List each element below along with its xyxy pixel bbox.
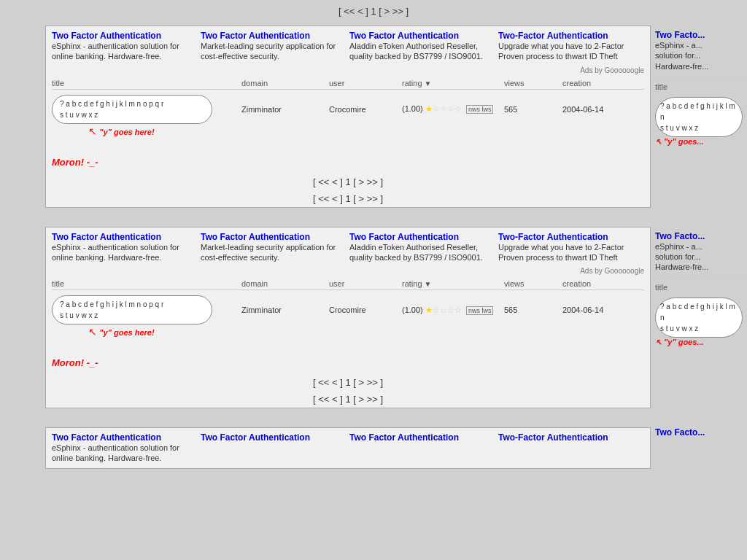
col-header-user-2: user <box>329 279 402 288</box>
views-cell-2: 565 <box>504 306 562 314</box>
ad-link-8[interactable]: Two-Factor Authentication <box>498 232 644 242</box>
ad-item-11: Two Factor Authentication <box>349 432 495 464</box>
ad-link-2[interactable]: Two Factor Authentication <box>201 31 347 41</box>
content-area-1: Two Factor Authentication eSphinx - auth… <box>45 26 651 208</box>
star-filled-1: ★ <box>425 104 433 113</box>
domain-sort-link-1[interactable]: domain <box>241 79 268 88</box>
domain-sort-link-2[interactable]: domain <box>241 279 268 288</box>
ad-desc-8: Upgrade what you have to 2-Factor Proven… <box>498 242 644 263</box>
alphabet-text-2: s t u v w x z <box>60 111 98 119</box>
ads-row-1: Two Factor Authentication eSphinx - auth… <box>46 26 650 66</box>
right-title-cell-2: ? a b c d e f g h i j k l m n s t u v w … <box>655 298 743 347</box>
ads-row-2: Two Factor Authentication eSphinx - auth… <box>46 228 650 268</box>
table-header-2: title domain user rating ▼ <box>52 279 644 290</box>
top-pagination-text: [ << < ] 1 [ > >> ] <box>338 6 409 17</box>
top-pagination: [ << < ] 1 [ > >> ] <box>0 0 747 23</box>
y-annotation-2: ↖ "y" goes here! <box>88 326 155 338</box>
right-ad-item-3: Two Facto... <box>652 424 747 440</box>
col-header-rating-1: rating ▼ <box>402 79 504 88</box>
moron-text-1: Moron! -_- <box>52 154 98 171</box>
col-header-creation-1: creation <box>562 79 635 88</box>
right-ad-link-2[interactable]: Two Facto... <box>655 231 744 241</box>
right-title-sort-2[interactable]: title <box>655 283 667 292</box>
title-sort-link-2[interactable]: title <box>52 279 64 288</box>
ads-row-3: Two Factor Authentication eSphinx - auth… <box>46 428 650 468</box>
ads-by-2: Ads by Goooooogle <box>46 267 650 276</box>
ad-link-12[interactable]: Two-Factor Authentication <box>498 432 644 443</box>
content-area-3: Two Factor Authentication eSphinx - auth… <box>45 427 651 469</box>
title-sort-link-1[interactable]: title <box>52 79 64 88</box>
rating-value-1: (1.00) <box>402 104 423 113</box>
ad-item-4: Two-Factor Authentication Upgrade what y… <box>498 31 644 62</box>
ad-desc-7: Aladdin eToken Authorised Reseller, qual… <box>349 242 495 263</box>
rating-sort-link-2[interactable]: rating ▼ <box>402 279 432 288</box>
ad-link-3[interactable]: Two Factor Authentication <box>349 31 495 41</box>
rating-cell-2: (1.00) ★☆☆☆☆ nws lws <box>402 306 504 315</box>
ad-link-7[interactable]: Two Factor Authentication <box>349 232 495 242</box>
ad-link-6[interactable]: Two Factor Authentication <box>201 232 347 242</box>
right-y-label-2: ↖ "y" goes... <box>655 338 743 347</box>
col-header-views-1: views <box>504 79 562 88</box>
left-sidebar-1 <box>0 23 44 211</box>
right-ad-link-1[interactable]: Two Facto... <box>655 30 744 40</box>
rating-cell-1: (1.00) ★☆☆☆☆ nws lws <box>402 104 504 114</box>
right-ad-1: Two Facto... eSphinx - a...solution for.… <box>652 27 747 74</box>
right-sidebar-1: Two Facto... eSphinx - a...solution for.… <box>652 23 747 211</box>
ad-link-5[interactable]: Two Factor Authentication <box>52 232 198 242</box>
rating-sort-link-1[interactable]: rating ▼ <box>402 79 432 88</box>
ad-link-1[interactable]: Two Factor Authentication <box>52 31 198 41</box>
left-sidebar-3 <box>0 424 44 472</box>
ad-item-3: Two Factor Authentication Aladdin eToken… <box>349 31 495 62</box>
right-alphabet-box-2: ? a b c d e f g h i j k l m n s t u v w … <box>655 298 743 338</box>
ad-item-10: Two Factor Authentication <box>201 432 347 464</box>
alphabet-box-1: ? a b c d e f g h i j k l m n o p q r s … <box>52 95 212 124</box>
y-label-1: "y" goes here! <box>99 128 154 136</box>
right-sidebar-2: Two Facto... eSphinx - a...solution for.… <box>652 224 747 412</box>
creation-sort-link-2[interactable]: creation <box>562 279 591 288</box>
rating-value-2: (1.00) <box>402 306 423 314</box>
creation-cell-2: 2004-06-14 <box>562 306 635 314</box>
main-panel-1: Two Factor Authentication eSphinx - auth… <box>0 23 747 211</box>
right-sidebar-3: Two Facto... <box>652 424 747 472</box>
right-ad-2: Two Facto... eSphinx - a...solution for.… <box>652 228 747 276</box>
moron-area-1: Moron! -_- <box>46 151 650 174</box>
views-sort-link-1[interactable]: views <box>504 79 525 88</box>
ad-link-11[interactable]: Two Factor Authentication <box>349 432 495 443</box>
right-alphabet-box-1: ? a b c d e f g h i j k l m n s t u v w … <box>655 97 743 137</box>
ad-desc-3: Aladdin eToken Authorised Reseller, qual… <box>349 41 495 62</box>
col-header-user-1: user <box>329 79 402 88</box>
right-ad-item-1: Two Facto... eSphinx - a...solution for.… <box>652 27 747 74</box>
views-sort-link-2[interactable]: views <box>504 279 525 288</box>
user-sort-link-1[interactable]: user <box>329 79 344 88</box>
pagination-2b: [ << < ] 1 [ > >> ] <box>46 391 650 408</box>
right-ad-link-3[interactable]: Two Facto... <box>655 427 744 438</box>
col-header-views-2: views <box>504 279 562 288</box>
user-sort-link-2[interactable]: user <box>329 279 344 288</box>
ad-item-9: Two Factor Authentication eSphinx - auth… <box>52 432 198 464</box>
alphabet-text-1: ? a b c d e f g h i j k l m n o p q r <box>60 100 163 108</box>
ad-item-1: Two Factor Authentication eSphinx - auth… <box>52 31 198 62</box>
pagination-1a: [ << < ] 1 [ > >> ] <box>46 174 650 190</box>
left-sidebar-2 <box>0 224 44 412</box>
ad-link-10[interactable]: Two Factor Authentication <box>201 432 347 443</box>
y-label-2: "y" goes here! <box>99 328 154 337</box>
col-header-domain-1: domain <box>241 79 329 88</box>
star-filled-2: ★ <box>425 306 433 314</box>
table-section-1: title domain user rating ▼ <box>46 76 650 129</box>
right-col-header-1: title <box>652 79 747 94</box>
title-cell-1: ? a b c d e f g h i j k l m n o p q r s … <box>52 95 241 124</box>
ad-desc-4: Upgrade what you have to 2-Factor Proven… <box>498 41 644 62</box>
right-y-label-1: ↖ "y" goes... <box>655 137 743 147</box>
stars-empty-2: ☆☆☆☆ <box>433 306 462 314</box>
right-title-sort-1[interactable]: title <box>655 82 667 91</box>
arrow-icon-2: ↖ <box>88 326 97 338</box>
user-cell-2: Crocomire <box>329 306 402 314</box>
creation-sort-link-1[interactable]: creation <box>562 79 591 88</box>
domain-cell-2: Zimminator <box>241 306 329 314</box>
content-area-2: Two Factor Authentication eSphinx - auth… <box>45 227 651 409</box>
ad-desc-5: eSphinx - authentication solution for on… <box>52 242 198 263</box>
ad-link-9[interactable]: Two Factor Authentication <box>52 432 198 443</box>
ad-link-4[interactable]: Two-Factor Authentication <box>498 31 644 41</box>
right-table-row-2: ? a b c d e f g h i j k l m n s t u v w … <box>652 295 747 350</box>
ad-desc-1: eSphinx - authentication solution for on… <box>52 41 198 62</box>
